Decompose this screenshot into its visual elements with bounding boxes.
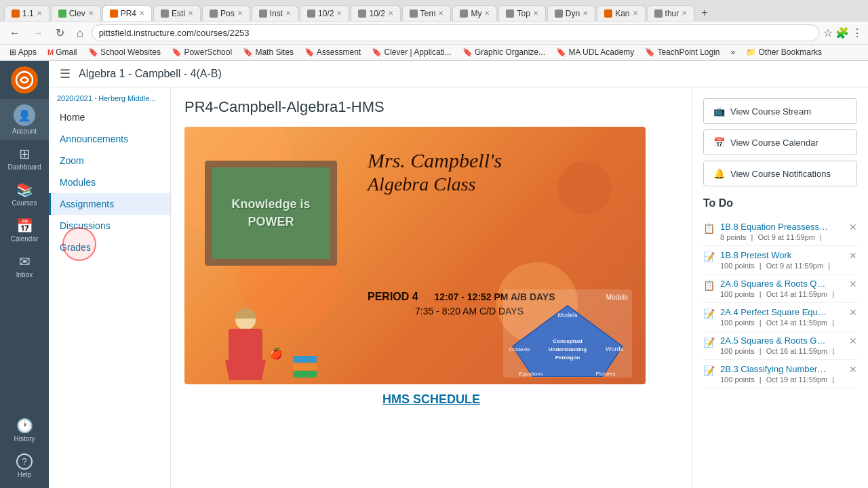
todo-meta-5: 100 points | Oct 19 at 11:59pm | <box>720 375 844 384</box>
tab-close-11[interactable]: ✕ <box>533 9 538 17</box>
back-button[interactable]: ← <box>5 26 24 41</box>
tab-close-12[interactable]: ✕ <box>583 9 588 17</box>
bookmark-apps[interactable]: ⊞ Apps <box>5 46 41 58</box>
browser-action-icons: ☆ 🧩 ⋮ <box>823 26 863 39</box>
nav-item-history[interactable]: 🕐 History <box>0 412 49 448</box>
apple-icon: 🍎 <box>269 347 283 360</box>
bookmark-gmail[interactable]: M Gmail <box>43 46 81 58</box>
tab-close-9[interactable]: ✕ <box>438 9 443 17</box>
tab-close-14[interactable]: ✕ <box>682 9 687 17</box>
sidebar-item-zoom[interactable]: Zoom <box>49 150 170 171</box>
tab-close-6[interactable]: ✕ <box>285 9 291 17</box>
tab-close-7[interactable]: ✕ <box>336 9 342 17</box>
nav-calendar-label: Calendar <box>11 235 39 243</box>
bookmark-other[interactable]: 📁 Other Bookmarks <box>742 46 826 58</box>
nav-item-dashboard[interactable]: ⊞ Dashboard <box>0 140 49 176</box>
todo-content-0: 1B.8 Equation Preassessm... 8 points | O… <box>720 222 844 241</box>
tab-close-1[interactable]: ✕ <box>37 9 42 17</box>
bookmark-math[interactable]: 🔖 Math Sites <box>239 46 298 58</box>
bookmark-assessment[interactable]: 🔖 Assessment <box>300 46 365 58</box>
todo-close-2[interactable]: ✕ <box>849 279 857 289</box>
tab-10[interactable]: My✕ <box>452 5 497 21</box>
todo-link-1[interactable]: 1B.8 Pretest Work <box>720 250 829 260</box>
tab-8[interactable]: 10/2✕ <box>351 5 400 21</box>
tab-2[interactable]: Clev✕ <box>51 5 101 21</box>
bookmark-graphic[interactable]: 🔖 Graphic Organize... <box>458 46 549 58</box>
sidebar-item-announcements[interactable]: Announcements <box>49 128 170 150</box>
todo-link-3[interactable]: 2A.4 Perfect Square Equati... <box>720 307 829 317</box>
todo-close-0[interactable]: ✕ <box>849 222 857 232</box>
page-body: 👤 Account ⊞ Dashboard 📚 Courses 📅 Calend… <box>0 61 868 488</box>
home-button[interactable]: ⌂ <box>73 26 87 41</box>
nav-item-account[interactable]: 👤 Account <box>0 99 49 140</box>
todo-close-4[interactable]: ✕ <box>849 336 857 346</box>
tab-close-13[interactable]: ✕ <box>633 9 638 17</box>
tab-12[interactable]: Dyn✕ <box>547 5 595 21</box>
sidebar-item-modules[interactable]: Modules <box>49 171 170 193</box>
reload-button[interactable]: ↻ <box>52 25 68 41</box>
todo-link-4[interactable]: 2A.5 Squares & Roots Go ... <box>720 336 829 346</box>
tab-6[interactable]: Inst✕ <box>252 5 298 21</box>
sidebar-item-discussions[interactable]: Discussions <box>49 215 170 237</box>
sidebar-link-assignments[interactable]: Assignments <box>49 193 170 215</box>
bookmark-more[interactable]: » <box>727 46 740 58</box>
todo-close-1[interactable]: ✕ <box>849 250 857 261</box>
tab-9[interactable]: Tem✕ <box>402 5 452 21</box>
address-bar[interactable] <box>92 24 819 41</box>
nav-item-courses[interactable]: 📚 Courses <box>0 176 49 212</box>
sidebar-link-announcements[interactable]: Announcements <box>49 128 170 150</box>
todo-link-0[interactable]: 1B.8 Equation Preassessm... <box>720 222 829 232</box>
sidebar-link-home[interactable]: Home <box>49 106 170 128</box>
nav-item-calendar[interactable]: 📅 Calendar <box>0 212 49 248</box>
bookmark-clever[interactable]: 🔖 Clever | Applicati... <box>368 46 456 58</box>
canvas-logo[interactable] <box>0 61 49 99</box>
tab-close-3[interactable]: ✕ <box>139 9 144 17</box>
calendar-icon: 📅 <box>16 218 33 234</box>
period-label: PERIOD 4 <box>368 291 418 302</box>
tab-close-10[interactable]: ✕ <box>484 9 490 17</box>
new-tab-button[interactable]: + <box>696 4 713 22</box>
sidebar-link-discussions[interactable]: Discussions <box>49 215 170 237</box>
nav-inbox-label: Inbox <box>16 271 33 279</box>
todo-close-3[interactable]: ✕ <box>849 307 857 318</box>
tab-5[interactable]: Pos✕ <box>202 5 250 21</box>
todo-link-5[interactable]: 2B.3 Classifying Numbers - ... <box>720 364 829 374</box>
nav-item-inbox[interactable]: ✉ Inbox <box>0 248 49 284</box>
chalkboard: Knowledge is POWER <box>205 161 337 266</box>
tab-close-2[interactable]: ✕ <box>88 9 94 17</box>
hms-schedule-link[interactable]: HMS SCHEDULE <box>184 392 678 407</box>
tab-close-5[interactable]: ✕ <box>237 9 243 17</box>
tab-13[interactable]: Kan✕ <box>597 5 645 21</box>
todo-link-2[interactable]: 2A.6 Squares & Roots Quiz ... <box>720 279 829 289</box>
bookmark-teachpoint[interactable]: 🔖 TeachPoint Login <box>641 46 724 58</box>
menu-icon[interactable]: ⋮ <box>852 26 863 39</box>
sidebar-link-modules[interactable]: Modules <box>49 171 170 193</box>
view-calendar-button[interactable]: 📅 View Course Calendar <box>703 129 857 155</box>
tab-7[interactable]: 10/2✕ <box>300 5 349 21</box>
todo-content-4: 2A.5 Squares & Roots Go ... 100 points |… <box>720 336 844 355</box>
hamburger-menu[interactable]: ☰ <box>60 66 71 81</box>
tab-close-8[interactable]: ✕ <box>388 9 393 17</box>
bookmark-school[interactable]: 🔖 School Websites <box>84 46 165 58</box>
tab-4[interactable]: Esti✕ <box>153 5 201 21</box>
tab-11[interactable]: Top✕ <box>498 5 545 21</box>
sidebar-item-home[interactable]: Home <box>49 106 170 128</box>
tab-14[interactable]: thur✕ <box>647 5 695 21</box>
nav-item-help[interactable]: ? Help <box>0 448 49 484</box>
bell-icon: 🔔 <box>713 168 725 179</box>
bookmark-powerschool[interactable]: 🔖 PowerSchool <box>167 46 236 58</box>
tab-3[interactable]: PR4✕ <box>102 5 152 21</box>
view-notifications-button[interactable]: 🔔 View Course Notifications <box>703 161 857 186</box>
forward-button[interactable]: → <box>28 26 47 41</box>
tab-close-4[interactable]: ✕ <box>188 9 193 17</box>
bookmark-udl[interactable]: 🔖 MA UDL Academy <box>552 46 638 58</box>
sidebar-link-zoom[interactable]: Zoom <box>49 150 170 171</box>
bookmark-star-icon[interactable]: ☆ <box>823 26 833 39</box>
extensions-icon[interactable]: 🧩 <box>835 26 849 39</box>
tab-1[interactable]: 1.1✕ <box>4 5 50 21</box>
sidebar-link-grades[interactable]: Grades <box>49 237 170 258</box>
sidebar-item-grades[interactable]: Grades <box>49 237 170 258</box>
todo-close-5[interactable]: ✕ <box>849 364 857 375</box>
view-stream-button[interactable]: 📺 View Course Stream <box>703 98 857 124</box>
sidebar-item-assignments[interactable]: Assignments <box>49 193 170 215</box>
